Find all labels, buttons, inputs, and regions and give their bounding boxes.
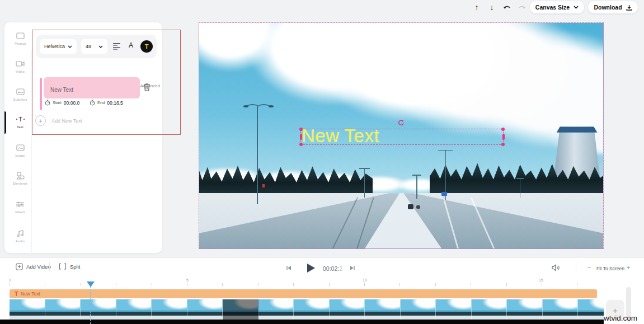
add-video-button[interactable]: Add Video <box>16 263 51 270</box>
toolbar-divider <box>49 262 50 271</box>
filters-icon <box>9 200 31 209</box>
sidebar-item-filters[interactable]: Filters <box>9 200 31 214</box>
sidebar-item-label: Image <box>9 154 31 157</box>
lamp-pole <box>416 175 417 199</box>
fit-to-screen-label[interactable]: Fit To Screen <box>596 266 624 271</box>
resize-handle-bottom-right[interactable] <box>501 143 505 146</box>
resize-handle-top-left[interactable] <box>299 128 303 131</box>
split-icon <box>59 263 67 270</box>
lamp-top <box>412 175 421 176</box>
text-color-button[interactable]: A <box>129 41 133 49</box>
sidebar-item-project[interactable]: Project <box>9 31 31 45</box>
ruler-mark: 10 <box>363 278 367 282</box>
canvas-size-label: Canvas Size <box>535 4 570 11</box>
sidebar-item-elements[interactable]: Elements <box>9 171 31 185</box>
sidebar-item-text[interactable]: T Text <box>9 115 31 129</box>
resize-handle-bottom-left[interactable] <box>299 143 303 146</box>
video-thumbnail[interactable] <box>330 299 365 320</box>
video-thumbnail[interactable] <box>401 299 436 320</box>
download-button[interactable]: Download <box>588 1 638 13</box>
vehicle <box>408 204 413 209</box>
prev-frame-button[interactable] <box>286 265 292 271</box>
start-label: Start <box>53 100 62 105</box>
text-track-bar[interactable]: T New Text <box>10 289 597 298</box>
chevron-down-icon <box>68 45 72 48</box>
timeline-zoom-out-button[interactable]: − <box>587 264 591 271</box>
play-button[interactable] <box>307 264 315 273</box>
left-panel: Project Video Subtitles T Text Image Ele… <box>4 22 162 253</box>
red-flag <box>262 184 265 187</box>
trash-icon <box>143 83 151 91</box>
text-style-button[interactable]: T <box>140 40 153 53</box>
entry-accent-bar <box>40 78 42 110</box>
video-icon <box>9 59 31 68</box>
video-thumbnail[interactable] <box>294 299 330 320</box>
text-entry-input[interactable] <box>44 77 140 98</box>
video-thumbnail[interactable] <box>258 299 294 320</box>
canvas-size-button[interactable]: Canvas Size <box>530 1 584 13</box>
text-align-button[interactable] <box>112 42 121 50</box>
stopwatch-icon <box>45 100 50 106</box>
add-new-text-label: Add New Text <box>51 118 82 124</box>
font-family-dropdown[interactable]: Helvetica <box>40 39 77 54</box>
playhead-handle[interactable] <box>87 281 95 287</box>
move-up-button[interactable]: ↑ <box>471 2 483 13</box>
split-button[interactable]: Split <box>59 263 80 270</box>
sidebar-item-video[interactable]: Video <box>9 59 31 73</box>
lamp-top <box>438 150 453 151</box>
timeline-zoom-in-button[interactable]: + <box>627 264 630 271</box>
playhead-line <box>90 287 91 324</box>
end-time-value[interactable]: 00:16.5 <box>107 100 123 106</box>
lamp-top <box>516 178 524 179</box>
video-thumbnail[interactable] <box>436 299 472 320</box>
resize-handle-left[interactable] <box>300 134 302 140</box>
speaker-icon <box>552 264 560 271</box>
sidebar-item-subtitles[interactable]: Subtitles <box>9 87 31 101</box>
video-thumbnail[interactable] <box>81 299 116 320</box>
sidebar-item-audio[interactable]: Audio <box>9 229 31 243</box>
plus-square-icon <box>16 263 23 270</box>
text-selection-box[interactable] <box>300 129 504 145</box>
undo-icon[interactable] <box>501 2 513 13</box>
chevron-down-icon <box>574 6 579 9</box>
resize-handle-top-right[interactable] <box>501 128 505 131</box>
video-thumbnail[interactable] <box>187 299 223 320</box>
road-sign-pole <box>444 196 444 201</box>
video-thumbnail[interactable] <box>10 299 45 320</box>
align-icon <box>112 42 121 50</box>
sidebar-item-image[interactable]: Image <box>9 143 31 157</box>
resize-handle-right[interactable] <box>502 134 505 140</box>
video-thumbnail[interactable] <box>152 299 187 320</box>
plus-circle-icon: + <box>35 115 46 126</box>
font-size-dropdown[interactable]: 48 <box>81 39 107 54</box>
sidebar-item-label: Subtitles <box>9 98 31 101</box>
ruler-mark: 5 <box>186 278 189 282</box>
delete-text-button[interactable] <box>143 83 151 91</box>
next-frame-button[interactable] <box>350 265 355 271</box>
toolbar-divider <box>576 262 576 271</box>
font-family-value: Helvetica <box>44 44 65 49</box>
start-time-value[interactable]: 00:00.0 <box>64 100 79 106</box>
volume-button[interactable] <box>552 264 560 271</box>
project-icon <box>9 31 31 40</box>
video-thumbnail[interactable] <box>578 299 604 320</box>
redo-icon[interactable] <box>516 2 528 13</box>
move-down-button[interactable]: ↓ <box>486 2 498 13</box>
timeline-ruler[interactable] <box>10 283 601 286</box>
video-thumbnail[interactable] <box>472 299 507 320</box>
video-thumbnail[interactable] <box>223 299 258 320</box>
video-thumbnail[interactable] <box>365 299 401 320</box>
video-thumbnail[interactable] <box>116 299 152 320</box>
sidebar-item-label: Text <box>9 125 31 129</box>
video-thumbnail[interactable] <box>543 299 579 320</box>
audio-icon <box>9 229 31 238</box>
video-thumbnail[interactable] <box>507 299 543 320</box>
rotate-handle-icon[interactable] <box>397 119 405 126</box>
ruler-mark: 0 <box>9 278 11 282</box>
video-canvas[interactable]: New Text <box>199 22 604 249</box>
thumbnail-strip[interactable] <box>10 299 604 320</box>
font-size-value: 48 <box>86 44 91 49</box>
current-frame: 2 <box>339 265 342 272</box>
video-thumbnail[interactable] <box>45 299 81 320</box>
add-new-text-button[interactable]: + Add New Text <box>35 115 82 126</box>
